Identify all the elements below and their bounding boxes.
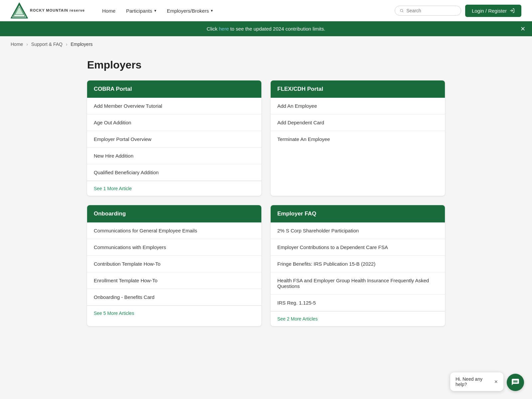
onboarding-more[interactable]: See 5 More Articles xyxy=(87,306,261,321)
list-item[interactable]: Communications for General Employee Emai… xyxy=(87,222,261,239)
list-item[interactable]: 2% S Corp Shareholder Participation xyxy=(271,222,445,239)
logo-company: ROCKY MOUNTAIN reserve xyxy=(30,8,85,13)
list-item[interactable]: Qualified Beneficiary Addition xyxy=(87,164,261,181)
list-item[interactable]: Contribution Template How-To xyxy=(87,256,261,272)
search-box[interactable] xyxy=(395,6,461,16)
onboarding-header: Onboarding xyxy=(87,205,261,222)
onboarding-body: Communications for General Employee Emai… xyxy=(87,222,261,321)
list-item[interactable]: New Hire Addition xyxy=(87,148,261,164)
list-item[interactable]: IRS Reg. 1.125-5 xyxy=(271,295,445,311)
cobra-portal-body: Add Member Overview Tutorial Age Out Add… xyxy=(87,98,261,196)
cards-grid: COBRA Portal Add Member Overview Tutoria… xyxy=(87,80,445,326)
breadcrumb-current: Employers xyxy=(70,42,92,47)
banner-close-button[interactable]: ✕ xyxy=(520,26,525,32)
employer-faq-header: Employer FAQ xyxy=(271,205,445,222)
cobra-portal-card: COBRA Portal Add Member Overview Tutoria… xyxy=(87,80,261,196)
svg-line-6 xyxy=(402,11,403,12)
list-item[interactable]: Add Dependent Card xyxy=(271,114,445,131)
employer-faq-body: 2% S Corp Shareholder Participation Empl… xyxy=(271,222,445,326)
list-item[interactable]: Terminate An Employee xyxy=(271,131,445,147)
main-content: Employers COBRA Portal Add Member Overvi… xyxy=(76,52,456,346)
list-item[interactable]: Enrollment Template How-To xyxy=(87,272,261,289)
list-item[interactable]: Health FSA and Employer Group Health Ins… xyxy=(271,272,445,295)
flex-cdh-portal-header: FLEX/CDH Portal xyxy=(271,80,445,98)
cobra-portal-more[interactable]: See 1 More Article xyxy=(87,181,261,196)
nav-right: Login / Register xyxy=(395,5,521,17)
list-item[interactable]: Employer Portal Overview xyxy=(87,131,261,148)
banner-text-before: Click xyxy=(207,26,219,32)
breadcrumb-sep-1: › xyxy=(26,42,28,47)
cobra-portal-header: COBRA Portal xyxy=(87,80,261,98)
list-item[interactable]: Onboarding - Benefits Card xyxy=(87,289,261,306)
logo[interactable]: ROCKY MOUNTAIN reserve xyxy=(11,2,85,19)
list-item[interactable]: Add An Employee xyxy=(271,98,445,114)
nav-home[interactable]: Home xyxy=(98,5,119,16)
navbar: ROCKY MOUNTAIN reserve Home Participants… xyxy=(0,0,532,21)
nav-employers-brokers[interactable]: Employers/Brokers xyxy=(163,5,217,16)
banner-link[interactable]: here xyxy=(219,26,229,32)
login-icon xyxy=(509,8,515,13)
list-item[interactable]: Communications with Employers xyxy=(87,239,261,256)
svg-point-5 xyxy=(400,9,403,12)
onboarding-card: Onboarding Communications for General Em… xyxy=(87,205,261,326)
page-title: Employers xyxy=(87,59,445,71)
nav-links: Home Participants Employers/Brokers xyxy=(98,5,395,16)
banner-text-after: to see the updated 2024 contribution lim… xyxy=(229,26,325,32)
employer-faq-more[interactable]: See 2 More Articles xyxy=(271,311,445,326)
breadcrumb-home[interactable]: Home xyxy=(11,42,23,47)
announcement-banner: Click here to see the updated 2024 contr… xyxy=(0,21,532,36)
flex-cdh-portal-card: FLEX/CDH Portal Add An Employee Add Depe… xyxy=(271,80,445,196)
login-button[interactable]: Login / Register xyxy=(465,5,521,17)
list-item[interactable]: Add Member Overview Tutorial xyxy=(87,98,261,114)
flex-cdh-portal-body: Add An Employee Add Dependent Card Termi… xyxy=(271,98,445,194)
list-item[interactable]: Age Out Addition xyxy=(87,114,261,131)
breadcrumb-sep-2: › xyxy=(66,42,67,47)
breadcrumb-support[interactable]: Support & FAQ xyxy=(31,42,63,47)
nav-participants[interactable]: Participants xyxy=(122,5,160,16)
flex-cdh-portal-empty xyxy=(271,147,445,194)
search-input[interactable] xyxy=(406,8,456,13)
list-item[interactable]: Fringe Benefits: IRS Publication 15-B (2… xyxy=(271,256,445,272)
employer-faq-card: Employer FAQ 2% S Corp Shareholder Parti… xyxy=(271,205,445,326)
list-item[interactable]: Employer Contributions to a Dependent Ca… xyxy=(271,239,445,256)
search-icon xyxy=(400,8,404,13)
breadcrumb: Home › Support & FAQ › Employers xyxy=(0,36,532,52)
